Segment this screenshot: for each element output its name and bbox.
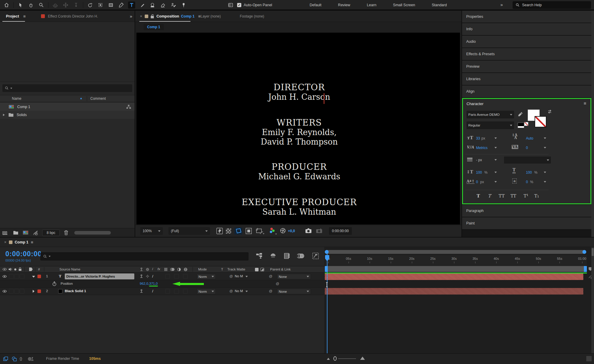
layer-label-chip[interactable] [37,275,41,278]
panel-launcher-icon[interactable] [227,1,234,9]
subscript-button[interactable]: T₁ [534,193,539,199]
switch-cell[interactable] [183,274,188,279]
clone-stamp-tool-icon[interactable] [149,1,156,9]
vertical-scale-caret-icon[interactable] [494,172,497,173]
auto-open-checkbox[interactable]: ✓ [237,3,241,7]
font-size-value[interactable]: 33 [476,136,480,140]
column-mode[interactable]: Mode [198,268,207,271]
workspace-tab-review[interactable]: Review [338,3,350,7]
tab-composition-title[interactable]: Composition [157,14,179,18]
layer-name[interactable]: Black Solid 1 [65,289,86,293]
eraser-tool-icon[interactable] [159,1,166,9]
tab-layer[interactable]: Layer (none) [201,14,221,18]
lock-cell[interactable] [20,289,24,294]
project-panel-menu-icon[interactable]: ≡ [23,14,26,19]
track-matte-caret-icon[interactable] [245,291,248,292]
timeline-timecode[interactable]: 0:00:00:00 [5,250,42,258]
new-composition-icon[interactable] [23,230,29,235]
column-number[interactable]: # [38,268,40,271]
position-value-a[interactable]: 962,0, [140,282,149,285]
column-track-matte[interactable]: Track Matte [227,268,245,271]
snapshot-camera-icon[interactable] [305,227,312,234]
tab-footage[interactable]: Footage (none) [240,14,264,18]
column-parent-link[interactable]: Parent & Link [270,268,291,271]
audio-cell[interactable] [9,289,14,294]
superscript-button[interactable]: T¹ [524,193,528,199]
vertical-scale-value[interactable]: 100 [476,170,482,175]
workspace-tab-standard[interactable]: Standard [432,3,447,7]
panel-tab-properties[interactable]: Properties [462,11,591,23]
zoom-tool-icon[interactable] [38,1,45,9]
default-colors-swatch-icon[interactable] [524,122,528,126]
anchor-switch-icon[interactable] [140,289,143,293]
character-panel-menu-icon[interactable]: ≡ [584,101,586,106]
solo-column-icon[interactable] [14,268,16,270]
stroke-width-value[interactable]: - px [476,158,482,162]
shy-layers-icon[interactable] [270,253,276,259]
lock-icon[interactable] [151,14,154,18]
playhead-handle[interactable] [325,255,329,259]
rectangle-tool-icon[interactable] [107,1,114,9]
font-size-caret-icon[interactable] [494,137,497,139]
font-family-dropdown[interactable]: Paris Avenue DEMO [467,111,514,118]
exposure-icon[interactable] [280,227,286,234]
composition-panel-menu-icon[interactable]: ≡ [198,14,201,19]
panel-tab-libraries[interactable]: Libraries [462,73,591,86]
leading-value[interactable]: Auto [526,136,533,140]
current-time-block[interactable]: 0:00:00:00 00000 (24.00 fps) [5,250,42,262]
render-engine-icon[interactable] [33,230,38,235]
faux-bold-button[interactable]: T [477,193,480,199]
search-options-caret-icon[interactable] [10,88,12,89]
video-column-icon[interactable] [2,268,7,271]
time-navigator-bar[interactable] [325,250,586,254]
panel-tab-paint[interactable]: Paint [462,217,591,230]
tab-project[interactable]: Project [6,14,19,18]
home-icon[interactable] [3,1,10,9]
eye-icon[interactable] [2,289,7,293]
resolution-dropdown[interactable]: (Full) [168,227,210,235]
timeline-vscrollbar[interactable] [591,247,594,353]
sidebar-scrollbar[interactable] [591,11,594,237]
graph-editor-icon[interactable] [312,252,319,259]
rotation-tool-icon[interactable] [86,1,94,9]
interpret-footage-icon[interactable] [2,230,9,235]
close-tab-icon[interactable]: × [140,14,142,18]
stopwatch-icon[interactable] [52,281,56,286]
magnification-dropdown[interactable]: 100% [140,227,163,235]
switch-cell[interactable] [165,289,170,294]
brush-tool-icon[interactable] [138,1,146,9]
workspace-tab-small-screen[interactable]: Small Screen [393,3,415,7]
timeline-panel-menu-icon[interactable]: ≡ [31,240,33,245]
workspace-tab-default[interactable]: Default [310,3,322,7]
faux-italic-button[interactable]: T [488,193,491,199]
panel-tab-align[interactable]: Align [462,86,591,98]
transparency-grid-icon[interactable] [226,228,231,234]
solo-cell[interactable] [14,289,19,294]
parent-dropdown[interactable]: None [277,274,311,279]
guides-grid-options-icon[interactable] [255,227,264,235]
disclosure-closed-icon[interactable] [3,114,5,116]
composition-mini-flowchart-icon[interactable] [256,253,263,259]
stroke-width-caret-icon[interactable] [494,159,497,161]
zoom-out-mountain-icon[interactable] [327,358,330,360]
region-of-interest-icon[interactable] [245,227,252,235]
composition-viewer[interactable]: DIRECTOR John H. Carson WRITERS Emily F.… [136,33,460,224]
fast-previews-icon[interactable] [216,227,223,235]
column-source-name[interactable]: Source Name [59,268,80,271]
disclosure-closed-icon[interactable] [33,290,34,293]
puppet-pin-tool-icon[interactable] [180,1,187,9]
column-comment[interactable]: Comment [90,96,106,101]
fill-over-stroke-mini-icon[interactable] [518,123,524,128]
pen-tool-icon[interactable] [118,1,125,9]
position-value-b[interactable]: 371,0 [149,282,158,287]
workspace-tab-learn[interactable]: Learn [367,3,376,7]
disclosure-open-icon[interactable] [32,276,35,278]
layer-2-duration-bar[interactable] [325,288,583,295]
tracking-caret-icon[interactable] [544,147,546,148]
parent-pickwhip-icon[interactable]: @ [269,274,272,278]
stroke-style-dropdown[interactable] [504,156,551,164]
leading-caret-icon[interactable] [544,137,546,139]
viewer-timecode[interactable]: 0:00:00:00 [329,227,352,235]
sort-ascending-icon[interactable]: ▲ [80,96,83,100]
pan-camera-tool-icon[interactable] [62,1,69,9]
